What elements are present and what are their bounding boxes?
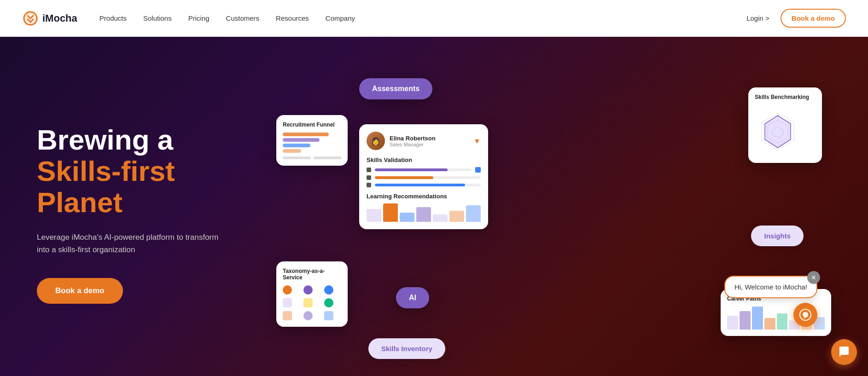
benchmarking-title: Skills Benchmarking [755, 94, 816, 100]
navbar: iMocha Products Solutions Pricing Custom… [0, 0, 868, 37]
hero-subtitle: Leverage iMocha's AI-powered platform to… [37, 231, 230, 256]
chat-bubble: Hi, Welcome to iMocha! [724, 276, 817, 298]
book-demo-nav-button[interactable]: Book a demo [781, 9, 846, 28]
dropdown-arrow-icon: ▼ [473, 137, 481, 145]
hero-title-line1: Brewing a [37, 124, 258, 156]
assessments-card: Assessments [359, 78, 432, 99]
nav-links: Products Solutions Pricing Customers Res… [99, 14, 746, 22]
book-demo-hero-button[interactable]: Book a demo [37, 278, 123, 304]
floating-chat-button[interactable] [831, 339, 857, 365]
nav-company[interactable]: Company [326, 14, 355, 22]
profile-role: Sales Manager [390, 142, 436, 147]
nav-customers[interactable]: Customers [226, 14, 260, 22]
skill-bar-2 [367, 175, 481, 180]
funnel-bars [283, 133, 341, 153]
chat-icon [799, 308, 812, 321]
insights-label: Insights [764, 232, 791, 240]
hexagon-chart [755, 109, 801, 155]
hero-right: Assessments Recruitment Funnel [258, 64, 831, 364]
nav-resources[interactable]: Resources [276, 14, 309, 22]
nav-pricing[interactable]: Pricing [188, 14, 210, 22]
insights-card: Insights [751, 226, 804, 246]
skills-inventory-label: Skills Inventory [381, 345, 432, 353]
skills-inventory-card: Skills Inventory [368, 338, 445, 359]
profile-info: Elina Robertson Sales Manager [390, 135, 436, 147]
hero-title-line2: Skills-first Planet [37, 156, 258, 218]
taxonomy-card: Taxonomy-as-a-Service [276, 261, 348, 327]
svg-marker-4 [765, 116, 791, 148]
chat-widget: Hi, Welcome to iMocha! ✕ [724, 276, 817, 327]
nav-products[interactable]: Products [99, 14, 127, 22]
chat-bubble-wrap: Hi, Welcome to iMocha! ✕ [724, 276, 817, 298]
logo-icon [22, 10, 39, 27]
logo[interactable]: iMocha [22, 10, 77, 27]
hero-section: Brewing a Skills-first Planet Leverage i… [0, 37, 868, 376]
profile-row: 👩 Elina Robertson Sales Manager ▼ [367, 132, 481, 150]
chat-close-button[interactable]: ✕ [807, 271, 820, 284]
benchmarking-card: Skills Benchmarking [748, 87, 822, 163]
floating-chat-icon [838, 346, 851, 359]
ai-card: AI [396, 287, 429, 308]
recruitment-title: Recruitment Funnel [283, 121, 341, 128]
avatar: 👩 [367, 132, 385, 150]
ai-label: AI [409, 294, 416, 301]
login-link[interactable]: Login > [746, 14, 769, 22]
rec-bars [367, 203, 481, 222]
assessments-label: Assessments [372, 85, 419, 93]
learning-rec-title: Learning Recommendations [367, 193, 481, 200]
hero-left: Brewing a Skills-first Planet Leverage i… [37, 124, 258, 304]
profile-name: Elina Robertson [390, 135, 436, 142]
skills-validation-title: Skills Validation [367, 156, 481, 163]
nav-right: Login > Book a demo [746, 9, 846, 28]
logo-text: iMocha [42, 12, 77, 24]
chat-avatar[interactable] [793, 303, 817, 327]
taxonomy-title: Taxonomy-as-a-Service [283, 268, 341, 281]
nav-solutions[interactable]: Solutions [143, 14, 172, 22]
chat-welcome-text: Hi, Welcome to iMocha! [734, 283, 807, 291]
skill-bar-1 [367, 167, 481, 173]
taxonomy-grid [283, 285, 341, 320]
skill-bar-3 [367, 183, 481, 187]
recruitment-funnel-card: Recruitment Funnel [276, 115, 348, 166]
skills-card: 👩 Elina Robertson Sales Manager ▼ Skills… [359, 124, 488, 229]
